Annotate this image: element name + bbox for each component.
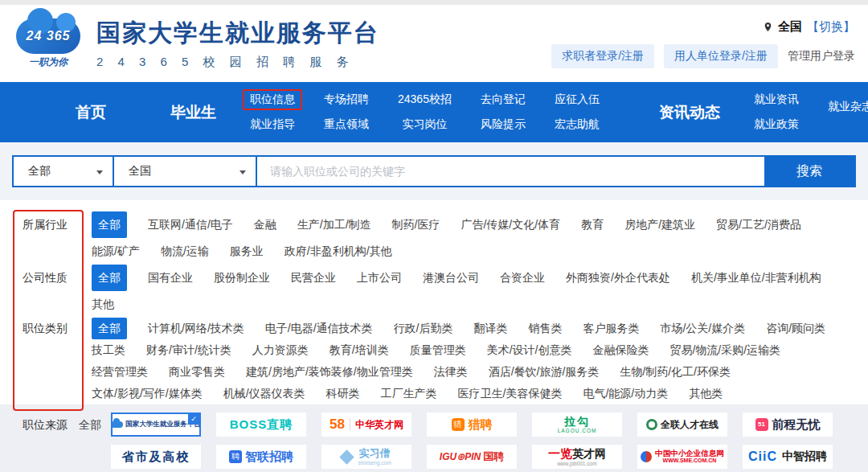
sme-icon bbox=[641, 451, 652, 462]
region-select[interactable]: 全国 bbox=[114, 157, 257, 186]
job-category-option[interactable]: 教育/培训类 bbox=[330, 339, 389, 361]
job-category-option[interactable]: 行政/后勤类 bbox=[394, 318, 453, 339]
job-source-all-option[interactable]: 全部 bbox=[79, 412, 103, 472]
industry-option[interactable]: 金融 bbox=[254, 211, 276, 238]
source-logo-iguopin[interactable]: IGU⊕PIN 国聘 bbox=[427, 445, 517, 469]
company-type-option[interactable]: 股份制企业 bbox=[214, 265, 270, 291]
job-category-option[interactable]: 咨询/顾问类 bbox=[766, 318, 825, 339]
category-select[interactable]: 全部 bbox=[14, 157, 114, 186]
nav-item-destination-registration[interactable]: 去向登记 bbox=[473, 89, 533, 110]
job-category-options: 全部 计算机/网络/技术类电子/电器/通信技术类行政/后勤类翻译类销售类客户服务… bbox=[92, 318, 860, 404]
company-type-option[interactable]: 机关/事业单位/非营利机构 bbox=[691, 265, 821, 291]
source-logo-58-chinahr[interactable]: 58 中华英才网 bbox=[321, 412, 411, 437]
source-logo-quanlian-rencai[interactable]: 全联人才在线 bbox=[637, 412, 727, 437]
nav-item-24365-campus[interactable]: 24365校招 bbox=[391, 89, 459, 110]
nav-item-military-enlistment[interactable]: 应征入伍 bbox=[547, 89, 607, 110]
company-type-option[interactable]: 港澳台公司 bbox=[423, 265, 479, 291]
source-logo-sme-info[interactable]: 中国中小企业信息网 WWW.SME.COM.CN bbox=[637, 445, 727, 469]
site-logo[interactable]: 24 365 一职为你 bbox=[11, 18, 85, 69]
company-type-option[interactable]: 国有企业 bbox=[148, 265, 193, 291]
nav-item-employment-guidance[interactable]: 就业指导 bbox=[243, 114, 302, 135]
nav-item-employment-policy[interactable]: 就业政策 bbox=[747, 114, 806, 135]
job-category-option[interactable]: 美术/设计/创意类 bbox=[487, 339, 572, 361]
industry-option[interactable]: 生产/加工/制造 bbox=[297, 211, 371, 238]
nav-item-employment-news[interactable]: 就业资讯 bbox=[747, 89, 806, 110]
job-category-option-selected[interactable]: 全部 bbox=[92, 318, 127, 339]
region-select-value: 全国 bbox=[129, 164, 151, 179]
employer-login-button[interactable]: 用人单位登录/注册 bbox=[664, 44, 778, 68]
industry-option[interactable]: 房地产/建筑业 bbox=[624, 211, 695, 238]
industry-option[interactable]: 教育 bbox=[581, 211, 604, 238]
job-category-option[interactable]: 人力资源类 bbox=[252, 339, 309, 361]
job-category-option[interactable]: 市场/公关/媒介类 bbox=[660, 318, 745, 339]
source-logo-liepin[interactable]: 猎聘 bbox=[427, 412, 517, 437]
industry-option-selected[interactable]: 全部 bbox=[92, 211, 127, 238]
job-category-option[interactable]: 财务/审计/统计类 bbox=[146, 339, 231, 361]
source-logo-shixiseng[interactable]: 实习僧 shixiseng.com bbox=[321, 445, 411, 469]
company-type-option-selected[interactable]: 全部 bbox=[92, 265, 127, 291]
nav-item-special-recruitment[interactable]: 专场招聘 bbox=[317, 89, 376, 110]
job-category-option[interactable]: 商业零售类 bbox=[169, 361, 225, 383]
nav-item-internship[interactable]: 实习岗位 bbox=[395, 114, 454, 135]
job-category-option[interactable]: 机械/仪器仪表类 bbox=[223, 383, 305, 404]
nav-item-employment-magazine[interactable]: 就业杂志 bbox=[821, 96, 868, 117]
nav-item-home[interactable]: 首页 bbox=[76, 102, 106, 123]
industry-option[interactable]: 物流/运输 bbox=[161, 238, 209, 265]
nav-item-key-fields[interactable]: 重点领域 bbox=[317, 114, 376, 135]
location-switch-link[interactable]: 【切换】 bbox=[807, 19, 855, 35]
jobseeker-login-button[interactable]: 求职者登录/注册 bbox=[551, 44, 654, 68]
job-category-option[interactable]: 工厂生产类 bbox=[381, 383, 437, 404]
nav-item-risk-warning[interactable]: 风险提示 bbox=[473, 114, 533, 135]
nav-item-graduates[interactable]: 毕业生 bbox=[170, 102, 216, 123]
job-category-option[interactable]: 销售类 bbox=[528, 318, 562, 339]
job-category-option[interactable]: 建筑/房地产/装饰装修/物业管理类 bbox=[246, 361, 413, 383]
job-category-option[interactable]: 医疗卫生/美容保健类 bbox=[458, 383, 563, 404]
job-category-option[interactable]: 质量管理类 bbox=[410, 339, 466, 361]
liepin-icon bbox=[452, 418, 465, 431]
job-category-option[interactable]: 金融保险类 bbox=[592, 339, 649, 361]
job-category-option[interactable]: 电气/能源/动力类 bbox=[583, 383, 668, 404]
industry-option[interactable]: 广告/传媒/文化/体育 bbox=[461, 211, 560, 238]
source-logo-ncss-platform[interactable]: 国家大学生就业服务平台 bbox=[111, 412, 201, 437]
job-category-option[interactable]: 电子/电器/通信技术类 bbox=[265, 318, 373, 339]
industry-option[interactable]: 贸易/工艺/消费品 bbox=[716, 211, 801, 238]
job-category-option[interactable]: 酒店/餐饮/旅游/服务类 bbox=[489, 361, 600, 383]
source-logo-provincial-universities[interactable]: 省市及高校 bbox=[111, 445, 201, 469]
job-category-option[interactable]: 客户服务类 bbox=[583, 318, 639, 339]
job-category-option[interactable]: 文体/影视/写作/媒体类 bbox=[92, 383, 203, 404]
industry-option[interactable]: 制药/医疗 bbox=[392, 211, 440, 238]
job-category-option[interactable]: 法律类 bbox=[434, 361, 468, 383]
job-category-option[interactable]: 科研类 bbox=[326, 383, 360, 404]
company-type-option[interactable]: 上市公司 bbox=[357, 265, 402, 291]
source-logo-ciic[interactable]: CiiC 中智招聘 bbox=[743, 445, 833, 469]
company-type-option[interactable]: 合资企业 bbox=[500, 265, 545, 291]
industry-option[interactable]: 能源/矿产 bbox=[92, 238, 140, 265]
nav-item-hongzhi-program[interactable]: 宏志助航 bbox=[547, 114, 607, 135]
job-category-option[interactable]: 翻译类 bbox=[473, 318, 507, 339]
industry-option[interactable]: 服务业 bbox=[230, 238, 264, 265]
quanlian-icon bbox=[646, 419, 657, 430]
nav-item-news[interactable]: 资讯动态 bbox=[659, 102, 720, 123]
source-logo-boss-zhipin[interactable]: BOSS直聘 bbox=[216, 412, 306, 437]
admin-login-link[interactable]: 管理用户登录 bbox=[788, 49, 855, 64]
company-type-option[interactable]: 民营企业 bbox=[291, 265, 336, 291]
search-button[interactable]: 搜索 bbox=[764, 157, 854, 186]
industry-option[interactable]: 互联网/通信/电子 bbox=[148, 211, 233, 238]
job-category-option[interactable]: 经营管理类 bbox=[92, 361, 148, 383]
company-type-option[interactable]: 其他 bbox=[92, 291, 114, 318]
nav-item-job-info[interactable]: 职位信息 bbox=[243, 89, 302, 110]
job-category-option[interactable]: 其他类 bbox=[689, 383, 723, 404]
source-logo-lagou[interactable]: 拉勾 LAGOU.COM bbox=[532, 412, 622, 437]
source-logo-yilan-yingcai[interactable]: 一览 英才网 www.job001.com bbox=[532, 445, 622, 469]
source-logo-51job[interactable]: 前程无忧 bbox=[743, 412, 833, 437]
source-logo-label: IGU⊕PIN bbox=[440, 451, 481, 462]
source-logo-label: 国聘 bbox=[483, 449, 504, 464]
source-logo-zhaopin[interactable]: 智联招聘 bbox=[216, 445, 306, 469]
keyword-input[interactable] bbox=[257, 157, 764, 186]
industry-option[interactable]: 政府/非盈利机构/其他 bbox=[285, 238, 392, 265]
job-category-option[interactable]: 生物/制药/化工/环保类 bbox=[620, 361, 731, 383]
job-category-option[interactable]: 计算机/网络/技术类 bbox=[148, 318, 244, 339]
company-type-option[interactable]: 外商独资/外企代表处 bbox=[566, 265, 670, 291]
job-category-option[interactable]: 技工类 bbox=[92, 339, 125, 361]
job-category-option[interactable]: 贸易/物流/采购/运输类 bbox=[669, 339, 780, 361]
